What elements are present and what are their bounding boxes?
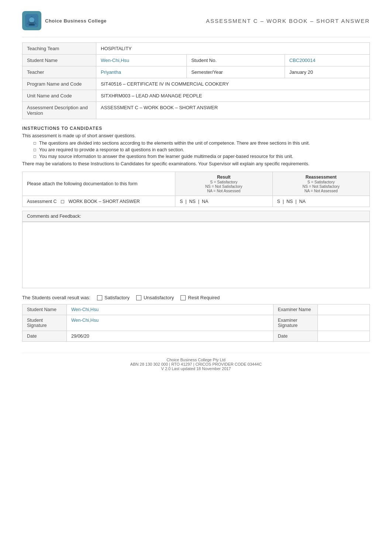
svg-rect-3 xyxy=(30,22,34,24)
assessment-label: Assessment C xyxy=(27,199,57,204)
field-value: Wen-Chi,Hsu xyxy=(96,55,187,66)
table-row: Student Signature Wen-Chi,Hsu Examiner S… xyxy=(23,315,370,331)
bottom-info-table: Student Name Wen-Chi,Hsu Examiner Name S… xyxy=(22,304,370,342)
resit-checkbox[interactable] xyxy=(180,295,186,300)
field-label: Date xyxy=(23,331,67,342)
field-label: Examiner Name xyxy=(273,304,317,315)
comments-content[interactable] xyxy=(22,222,370,288)
field-label: Date xyxy=(273,331,317,342)
overall-result-row: The Students overall result was: Satisfa… xyxy=(22,295,370,300)
comments-header: Comments and Feedback: xyxy=(22,211,370,222)
comments-label: Comments and Feedback: xyxy=(27,214,81,219)
field-label: Student No. xyxy=(187,55,285,66)
table-row: Student Name Wen-Chi,Hsu Examiner Name xyxy=(23,304,370,315)
table-row: Date 29/06/20 Date xyxy=(23,331,370,342)
table-row: Assessment Description and Version ASSES… xyxy=(23,102,370,119)
field-value: January 20 xyxy=(285,66,369,78)
page-header: Choice Business College ASSESSMENT C – W… xyxy=(22,11,370,30)
field-value xyxy=(317,304,369,315)
reassessment-cell: S | NS | NA xyxy=(272,196,370,207)
svg-rect-4 xyxy=(29,24,35,25)
table-row: Unit Name and Code SITXHRM003 – LEAD AND… xyxy=(23,90,370,102)
header-divider xyxy=(22,37,370,37)
satisfactory-label: Satisfactory xyxy=(104,295,130,300)
overall-result-label: The Students overall result was: xyxy=(22,295,90,300)
satisfactory-option[interactable]: Satisfactory xyxy=(97,295,130,300)
unsatisfactory-checkbox[interactable] xyxy=(136,295,141,300)
footer-line1: Choice Business College Pty Ltd xyxy=(22,358,370,362)
student-name-bottom: Wen-Chi,Hsu xyxy=(71,307,99,312)
field-value: CBC200014 xyxy=(285,55,369,66)
documentation-table: Please attach the following documentatio… xyxy=(22,172,370,207)
page-title: ASSESSMENT C – WORK BOOK – SHORT ANSWER xyxy=(118,18,370,24)
list-item: You are required to provide a response t… xyxy=(33,147,370,152)
instructions-intro: This assessment is made up of short answ… xyxy=(22,133,370,138)
logo-text: Choice Business College xyxy=(45,18,107,24)
student-no: CBC200014 xyxy=(289,58,316,63)
field-value: SIT40516 – CERTIFICATE IV IN COMMERCIAL … xyxy=(96,78,370,90)
field-value: HOSPITALITY xyxy=(96,43,370,55)
table-row: Student Name Wen-Chi,Hsu Student No. CBC… xyxy=(23,55,370,66)
field-label: Student Signature xyxy=(23,315,67,331)
footer-line2: ABN 28 130 302 000 | RTO 41297 | CRICOS … xyxy=(22,362,370,366)
resit-option[interactable]: Resit Required xyxy=(180,295,220,300)
field-value xyxy=(317,331,369,342)
logo-icon xyxy=(22,11,41,30)
satisfactory-checkbox[interactable] xyxy=(97,295,102,300)
teacher-name: Priyantha xyxy=(101,69,121,75)
table-row: Assessment C ◻ WORK BOOK – SHORT ANSWER … xyxy=(23,196,370,207)
svg-point-2 xyxy=(29,17,34,23)
field-value: Wen-Chi,Hsu xyxy=(67,304,274,315)
field-label: Teaching Team xyxy=(23,43,96,55)
field-value xyxy=(317,315,369,331)
assessment-cell: Assessment C ◻ WORK BOOK – SHORT ANSWER xyxy=(23,196,175,207)
field-value: 29/06/20 xyxy=(67,331,274,342)
list-item: The questions are divided into sections … xyxy=(33,141,370,146)
instructions-heading: INSTRUCTIONS TO CANDIDATES xyxy=(22,126,370,131)
unsatisfactory-label: Unsatisfactory xyxy=(144,295,174,300)
bullet-list: The questions are divided into sections … xyxy=(33,141,370,159)
footer: Choice Business College Pty Ltd ABN 28 1… xyxy=(22,353,370,371)
reassessment-col-header: Reassessment S = Satisfactory NS = Not S… xyxy=(272,172,370,196)
field-label: Program Name and Code xyxy=(23,78,96,90)
unsatisfactory-option[interactable]: Unsatisfactory xyxy=(136,295,174,300)
footer-line3: V 2.0 Last updated 18 November 2017 xyxy=(22,366,370,371)
field-label: Assessment Description and Version xyxy=(23,102,96,119)
student-name: Wen-Chi,Hsu xyxy=(101,58,129,63)
resit-label: Resit Required xyxy=(188,295,220,300)
doc-col-header: Please attach the following documentatio… xyxy=(23,172,175,196)
result-cell: S | NS | NA xyxy=(175,196,272,207)
logo-name-text: Choice Business College xyxy=(45,18,107,24)
field-label: Student Name xyxy=(23,304,67,315)
field-label: Examiner Signature xyxy=(273,315,317,331)
logo-area: Choice Business College xyxy=(22,11,107,30)
variation-para: There may be variations to these Instruc… xyxy=(22,161,370,166)
table-row: Program Name and Code SIT40516 – CERTIFI… xyxy=(23,78,370,90)
field-label: Student Name xyxy=(23,55,96,66)
result-col-header: Result S = Satisfactory NS = Not Satisfa… xyxy=(175,172,272,196)
page: Choice Business College ASSESSMENT C – W… xyxy=(0,0,392,555)
student-signature: Wen-Chi,Hsu xyxy=(71,318,99,323)
table-row: Teacher Priyantha Semester/Year January … xyxy=(23,66,370,78)
list-item: You may source information to answer the… xyxy=(33,154,370,159)
field-value: Wen-Chi,Hsu xyxy=(67,315,274,331)
assessment-type: WORK BOOK – SHORT ANSWER xyxy=(68,199,140,204)
field-value: Priyantha xyxy=(96,66,187,78)
info-table: Teaching Team HOSPITALITY Student Name W… xyxy=(22,42,370,119)
field-label: Unit Name and Code xyxy=(23,90,96,102)
table-header-row: Please attach the following documentatio… xyxy=(23,172,370,196)
field-label: Semester/Year xyxy=(187,66,285,78)
field-value: ASSESSMENT C – WORK BOOK – SHORT ANSWER xyxy=(96,102,370,119)
table-row: Teaching Team HOSPITALITY xyxy=(23,43,370,55)
field-label: Teacher xyxy=(23,66,96,78)
field-value: SITXHRM003 – LEAD AND MANAGE PEOPLE xyxy=(96,90,370,102)
comments-section: Comments and Feedback: xyxy=(22,211,370,288)
